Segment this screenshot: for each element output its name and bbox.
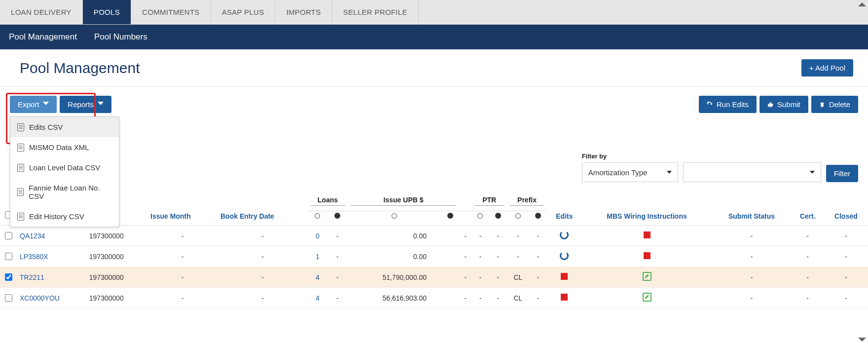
filter-amortization-type-select[interactable]: Amortization Type xyxy=(582,162,678,182)
caret-down-icon xyxy=(98,102,104,108)
open-circle-icon xyxy=(315,213,320,219)
col-label: Prefix xyxy=(510,196,544,206)
cell-ptr-open: - xyxy=(472,246,489,267)
toolbar-left: Export Reports Edits CSV MISMO Data XML … xyxy=(10,96,111,113)
cell-closed: - xyxy=(824,288,868,308)
cell-prefix-final: - xyxy=(529,288,547,308)
filled-circle-icon xyxy=(535,213,541,219)
nav-commitments[interactable]: COMMITMENTS xyxy=(131,0,211,24)
subnav-pool-numbers[interactable]: Pool Numbers xyxy=(94,32,147,42)
pool-link[interactable]: QA1234 xyxy=(20,232,45,240)
cell-prefix-open: - xyxy=(507,246,529,267)
export-edit-history-csv[interactable]: Edit History CSV xyxy=(10,206,119,227)
cell-book-entry: - xyxy=(217,226,308,246)
row-checkbox[interactable] xyxy=(5,253,12,260)
nav-asap-plus[interactable]: ASAP PLUS xyxy=(211,0,276,24)
cell-loans-final: - xyxy=(327,246,348,267)
cell-closed: - xyxy=(824,226,868,246)
cell-upb-final xyxy=(441,226,459,246)
cell-number: 197300000 xyxy=(86,226,147,246)
top-nav: LOAN DELIVERY POOLS COMMITMENTS ASAP PLU… xyxy=(0,0,868,25)
refresh-icon xyxy=(707,102,713,108)
pool-link[interactable]: TR2211 xyxy=(20,273,44,281)
col-closed[interactable]: Closed xyxy=(824,191,868,226)
cell-prefix-open: - xyxy=(507,226,529,246)
cell-closed: - xyxy=(824,267,868,288)
pool-link[interactable]: LP3580X xyxy=(20,253,48,261)
cell-book-entry: - xyxy=(217,267,308,288)
cell-book-entry: - xyxy=(217,288,308,308)
nav-imports[interactable]: IMPORTS xyxy=(275,0,332,24)
export-mismo-xml[interactable]: MISMO Data XML xyxy=(10,137,119,157)
dropdown-item-label: Edit History CSV xyxy=(29,212,84,221)
table-row: LP3580X197300000--1-0.00-------- xyxy=(0,246,868,267)
cell-issue-month: - xyxy=(147,267,217,288)
edit-icon[interactable] xyxy=(643,293,651,302)
col-label: Loans xyxy=(311,196,345,206)
select-value: Amortization Type xyxy=(588,168,648,177)
cell-loans-final: - xyxy=(327,288,348,308)
cell-prefix-final: - xyxy=(529,246,547,267)
cell-issue-month: - xyxy=(147,246,217,267)
cell-upb-open: 0.00 xyxy=(348,246,441,267)
filter-button[interactable]: Filter xyxy=(826,165,858,182)
add-pool-button[interactable]: + Add Pool xyxy=(801,59,853,77)
col-label: Issue UPB $ xyxy=(351,196,457,206)
subnav-pool-management[interactable]: Pool Management xyxy=(9,32,77,42)
run-edits-button[interactable]: Run Edits xyxy=(699,96,757,113)
loans-open-link[interactable]: 0 xyxy=(316,232,320,240)
cell-loans-final: - xyxy=(327,267,348,288)
cell-edits xyxy=(547,246,581,267)
filled-circle-icon xyxy=(334,213,340,219)
export-loan-level-csv[interactable]: Loan Level Data CSV xyxy=(10,157,119,178)
row-checkbox[interactable] xyxy=(5,294,12,302)
cell-submit: - xyxy=(712,267,792,288)
cell-cert: - xyxy=(791,246,824,267)
cell-blank: - xyxy=(459,246,471,267)
export-button[interactable]: Export xyxy=(10,96,57,113)
nav-pools[interactable]: POOLS xyxy=(83,0,131,24)
filter-value-select[interactable] xyxy=(683,162,821,182)
col-book-entry[interactable]: Book Entry Date xyxy=(217,191,308,226)
row-checkbox[interactable] xyxy=(5,273,12,281)
col-cert[interactable]: Cert. xyxy=(791,191,824,226)
cell-upb-open: 56,616,903.00 xyxy=(348,288,441,308)
file-icon xyxy=(17,144,24,152)
submit-button[interactable]: Submit xyxy=(760,96,808,113)
cell-upb-final xyxy=(441,288,459,308)
row-checkbox[interactable] xyxy=(5,232,12,239)
col-label: PTR xyxy=(475,196,504,206)
cell-mbs xyxy=(581,226,712,246)
nav-seller-profile[interactable]: SELLER PROFILE xyxy=(332,0,419,24)
col-submit-status[interactable]: Submit Status xyxy=(712,191,792,226)
col-mbs[interactable]: MBS Wiring Instructions xyxy=(581,191,712,226)
cell-cert: - xyxy=(791,267,824,288)
col-issue-month[interactable]: Issue Month xyxy=(147,191,217,226)
sub-nav: Pool Management Pool Numbers xyxy=(0,25,868,49)
edit-icon[interactable] xyxy=(643,272,651,281)
loans-open-link[interactable]: 1 xyxy=(316,253,320,261)
col-issue-upb: Issue UPB $ xyxy=(348,191,460,211)
dropdown-item-label: MISMO Data XML xyxy=(29,143,89,152)
cell-ptr-open: - xyxy=(472,288,489,308)
file-icon xyxy=(17,188,24,196)
delete-button[interactable]: Delete xyxy=(811,96,858,113)
col-edits[interactable]: Edits xyxy=(547,191,581,226)
loans-open-link[interactable]: 4 xyxy=(316,273,320,281)
reports-button[interactable]: Reports xyxy=(60,96,111,113)
cell-prefix-final: - xyxy=(529,267,547,288)
pool-link[interactable]: XC0000YOU xyxy=(20,294,60,302)
cell-number: 197300000 xyxy=(86,267,147,288)
export-edits-csv[interactable]: Edits CSV xyxy=(10,117,119,137)
cell-edits xyxy=(547,267,581,288)
export-fannie-mae-csv[interactable]: Fannie Mae Loan No. CSV xyxy=(10,178,119,206)
pending-icon xyxy=(560,251,569,260)
cell-blank: - xyxy=(459,288,471,308)
cell-ptr-final: - xyxy=(489,267,506,288)
cell-number: 197300000 xyxy=(86,288,147,308)
scroll-up-icon[interactable] xyxy=(858,0,866,8)
nav-loan-delivery[interactable]: LOAN DELIVERY xyxy=(0,0,83,24)
cell-upb-open: 51,790,000.00 xyxy=(348,267,441,288)
error-icon xyxy=(644,231,651,238)
loans-open-link[interactable]: 4 xyxy=(316,294,320,302)
